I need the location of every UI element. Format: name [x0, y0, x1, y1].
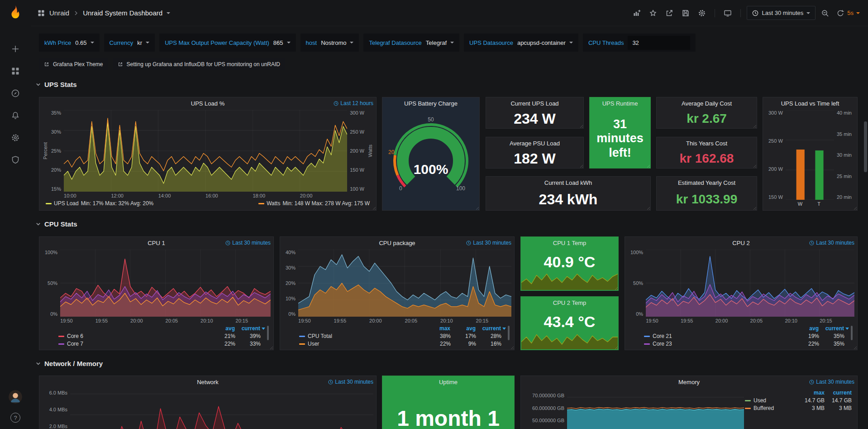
variable-value-dropdown[interactable]: Nostromo: [321, 39, 353, 46]
zoom-out-button[interactable]: [818, 6, 832, 20]
sparkline: [521, 265, 618, 290]
plot-area[interactable]: [567, 389, 744, 429]
panel-title[interactable]: Current Load kWh: [544, 179, 592, 186]
add-panel-button[interactable]: [630, 6, 644, 20]
navbar-actions: Last 30 minutes 5s: [630, 6, 862, 20]
plot-area[interactable]: 19:5019:5520:0020:0520:1020:15: [646, 250, 854, 317]
server-admin-shield-icon[interactable]: [11, 155, 20, 164]
panel-title[interactable]: Estimated Yearly Cost: [678, 179, 735, 186]
explore-compass-icon[interactable]: [11, 89, 20, 98]
link-grafana-plex-theme[interactable]: Grafana Plex Theme: [39, 58, 108, 70]
legend-series-toggle[interactable]: Core 6 21% 39%: [58, 333, 261, 339]
time-range-picker[interactable]: Last 30 minutes: [747, 6, 816, 20]
alerting-bell-icon[interactable]: [11, 111, 20, 120]
help-icon[interactable]: ?: [10, 413, 20, 423]
section-cpu-stats[interactable]: CPU Stats: [35, 219, 77, 229]
panel-title[interactable]: CPU 2 Temp: [553, 299, 586, 306]
variable-value-dropdown[interactable]: apcupsd-container: [517, 39, 573, 46]
grafana-logo-icon[interactable]: [7, 5, 24, 24]
panel-title[interactable]: This Years Cost: [686, 140, 727, 147]
panel-title[interactable]: UPS Load vs Time left: [781, 100, 839, 107]
panel-title[interactable]: Average PSU Load: [510, 140, 560, 147]
panel-title[interactable]: Memory: [678, 379, 700, 386]
variable-value-dropdown[interactable]: Telegraf: [426, 39, 454, 46]
stat-value: kr 2.67: [657, 109, 757, 128]
gauge-scale-max: 100: [456, 185, 465, 192]
legend-series-toggle[interactable]: Used 14.7 GB 14.7 GB: [745, 397, 852, 404]
legend-col-avg[interactable]: avg: [793, 325, 819, 332]
legend-scrollbar[interactable]: [267, 326, 269, 340]
panel-title[interactable]: Current UPS Load: [510, 100, 558, 107]
legend-col-max[interactable]: max: [425, 325, 450, 332]
refresh-controls[interactable]: 5s: [835, 9, 862, 17]
create-plus-icon[interactable]: [11, 44, 20, 53]
legend-col-avg[interactable]: avg: [210, 325, 235, 332]
panel-title[interactable]: Network: [197, 379, 219, 386]
plot-area[interactable]: 19:5019:5520:0020:0520:1020:15: [298, 250, 511, 317]
panel-title[interactable]: UPS Load %: [191, 100, 224, 107]
sort-caret-icon: [502, 328, 506, 330]
legend-series-toggle[interactable]: Watts Min: 148 W Max: 278 W Avg: 175 W: [258, 200, 370, 207]
legend-series-toggle[interactable]: UPS Load Min: 17% Max: 32% Avg: 20%: [46, 200, 153, 207]
save-button[interactable]: [679, 6, 692, 20]
panel-time-range[interactable]: Last 12 hours: [334, 100, 373, 106]
plot-area[interactable]: 19:5019:5520:0020:0520:1020:15: [60, 250, 271, 317]
legend-series-toggle[interactable]: User 22% 9% 16%: [299, 341, 501, 347]
panel-title[interactable]: CPU 2: [732, 240, 749, 246]
dashboard-settings-button[interactable]: [695, 6, 709, 20]
panel-title[interactable]: CPU 1: [148, 240, 165, 246]
dashboard-dropdown-caret[interactable]: [167, 12, 170, 14]
panel-time-range[interactable]: Last 30 minutes: [809, 379, 854, 385]
user-avatar[interactable]: [9, 390, 22, 404]
plot-area[interactable]: W T: [786, 110, 834, 200]
legend-col-avg[interactable]: avg: [450, 325, 476, 332]
variable-value-dropdown[interactable]: 865: [273, 39, 291, 46]
panel-title[interactable]: CPU package: [379, 240, 415, 246]
legend-col-current[interactable]: current: [235, 325, 260, 332]
panel-title[interactable]: UPS Battery Charge: [404, 100, 458, 107]
legend-series-toggle[interactable]: Core 7 22% 33%: [58, 341, 261, 347]
variable-ups-max-output: UPS Max Output Power Capacity (Watt) 865: [159, 34, 296, 52]
panel-title[interactable]: Average Daily Cost: [682, 100, 732, 107]
legend-series-toggle[interactable]: Core 21 19% 35%: [644, 333, 844, 339]
star-button[interactable]: [646, 6, 660, 20]
share-icon: [665, 9, 673, 17]
panel-current-ups-load: Current UPS Load 234 W: [486, 97, 584, 129]
panel-title[interactable]: UPS Runtime: [602, 100, 638, 107]
tick-label: 20:00: [369, 318, 405, 323]
dashboard-content: kWh Price 0.65 Currency kr UPS Max Outpu…: [31, 26, 868, 429]
panel-time-range[interactable]: Last 30 minutes: [328, 379, 373, 385]
cpu-threads-input[interactable]: [628, 36, 690, 50]
plot-area[interactable]: 10:0012:0014:0016:0018:0020:00: [64, 110, 347, 192]
link-ups-monitoring-guide[interactable]: Setting up Grafana and InfluxDB for UPS …: [113, 58, 286, 70]
section-network-memory[interactable]: Network / Memory: [35, 358, 103, 368]
plot-area[interactable]: [70, 389, 373, 429]
panel-time-range[interactable]: Last 30 minutes: [466, 240, 511, 246]
legend-col-current[interactable]: current: [819, 325, 844, 332]
share-button[interactable]: [663, 6, 676, 20]
legend-col-current[interactable]: current: [476, 325, 501, 332]
legend: avg current Core 6 21% 39% Core 7 22% 33…: [58, 325, 265, 347]
section-ups-stats[interactable]: UPS Stats: [35, 79, 77, 89]
cycle-view-button[interactable]: [721, 6, 734, 20]
panel-time-range[interactable]: Last 30 minutes: [225, 240, 271, 246]
legend-col-current[interactable]: current: [825, 390, 852, 396]
tick-label: 40%: [286, 250, 296, 255]
configuration-gear-icon[interactable]: [11, 133, 20, 142]
template-variables: kWh Price 0.65 Currency kr UPS Max Outpu…: [39, 34, 696, 52]
legend-series-toggle[interactable]: Core 23 22% 35%: [644, 341, 844, 347]
panel-title[interactable]: CPU 1 Temp: [553, 240, 586, 246]
dashboards-icon[interactable]: [11, 67, 20, 76]
dashboard-title[interactable]: Unraid System Dashboard: [83, 9, 162, 17]
panel-time-range[interactable]: Last 30 minutes: [809, 240, 854, 246]
legend-col-max[interactable]: max: [797, 390, 825, 396]
legend-series-toggle[interactable]: Buffered 3 MB 3 MB: [745, 405, 852, 411]
legend-scrollbar[interactable]: [508, 326, 510, 340]
legend-series-toggle[interactable]: CPU Total 38% 17% 28%: [299, 333, 501, 339]
page-scrollbar[interactable]: [864, 121, 867, 172]
legend-scrollbar[interactable]: [851, 326, 853, 340]
breadcrumb-app[interactable]: Unraid: [49, 9, 69, 17]
variable-value-dropdown[interactable]: 0.65: [75, 39, 94, 46]
variable-value-dropdown[interactable]: kr: [137, 39, 149, 46]
panel-title[interactable]: Uptime: [439, 379, 458, 386]
